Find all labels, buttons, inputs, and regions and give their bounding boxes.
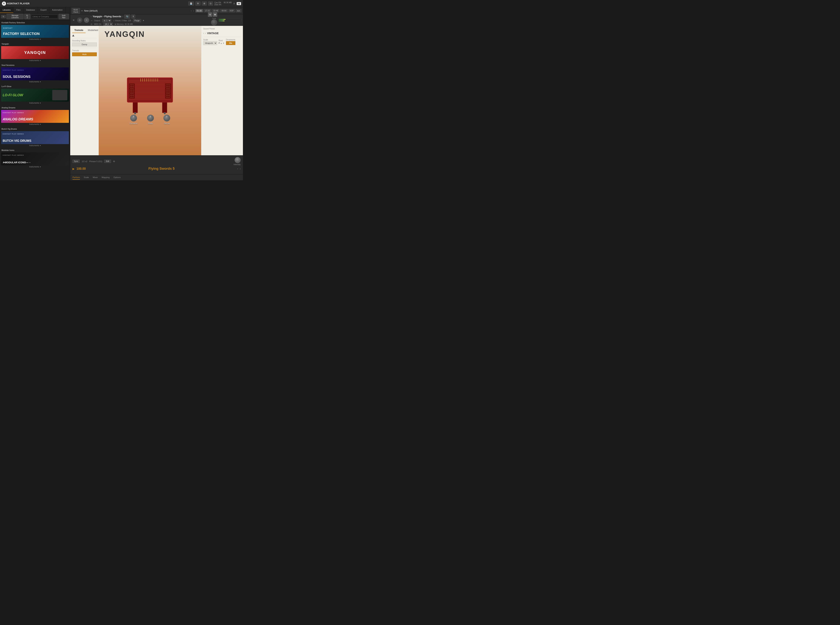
tab-scale[interactable]: Scale	[84, 176, 89, 180]
ornaments-button[interactable]: On	[226, 41, 235, 45]
sequencer-bar: Sync 1/2 x2 Phrase 5 (G1) Edit ✛ Intensi…	[70, 155, 243, 174]
rack-page-1-16[interactable]: 01-16	[196, 9, 203, 12]
rack-prev[interactable]: ‹	[191, 9, 192, 12]
info-icon[interactable]: ℹ	[131, 14, 135, 19]
decay-knob[interactable]	[163, 115, 170, 121]
knobs-row: Dynamic Body Decay	[130, 115, 171, 124]
svg-rect-20	[148, 78, 148, 81]
tab-files[interactable]: Files	[14, 7, 23, 13]
inst-next[interactable]: ›	[123, 15, 123, 18]
warning-icon: ⚠	[233, 2, 235, 5]
analog-banner: KONTAKT PLAY SERIES ANALOG DREAMS	[1, 110, 69, 123]
auto-button[interactable]: Auto	[72, 53, 97, 56]
preset-prev[interactable]: ‹	[203, 32, 204, 34]
purge-dropdown[interactable]: ▾	[143, 19, 144, 22]
rack-label: MultiRack	[72, 8, 80, 14]
tab-mapping[interactable]: Mapping	[102, 176, 110, 180]
modular-banner: KONTAKT PLAY SERIES ⊳MODULAR ICONS—→	[1, 152, 69, 165]
main-layout: Libraries Files Database Expert Automati…	[0, 7, 243, 180]
rack-page-49-64[interactable]: 49-64	[220, 9, 228, 12]
seq-division: 1/2 x2	[82, 160, 87, 163]
triangle-indicator	[72, 34, 75, 36]
edit-button[interactable]: Edit	[104, 160, 111, 163]
tune-knob[interactable]	[211, 19, 217, 25]
tab-libraries[interactable]: Libraries	[0, 7, 14, 13]
save-button[interactable]: 💾	[188, 2, 194, 6]
tab-automation[interactable]: Automation	[49, 7, 65, 13]
output-select[interactable]: st. 1	[102, 19, 111, 22]
tab-database[interactable]: Database	[23, 7, 38, 13]
rack-page-aux[interactable]: aux	[236, 9, 241, 12]
list-item[interactable]: YANGQIN Instruments ▾	[1, 46, 69, 62]
svg-rect-18	[144, 78, 144, 81]
midi-channel-select[interactable]: [A] 1	[103, 23, 113, 26]
root-value: F	[219, 42, 220, 44]
tab-mixer[interactable]: Mixer	[93, 176, 98, 180]
rack-name: New (default)	[84, 9, 189, 12]
tab-options[interactable]: Options	[113, 176, 121, 180]
tab-perform[interactable]: Perform	[73, 176, 80, 180]
tune-label: Tune	[212, 17, 216, 19]
section-analog: Analog Dreams	[0, 105, 70, 110]
sync-button[interactable]: Sync	[73, 160, 80, 163]
play-button[interactable]: ▶	[73, 167, 75, 170]
left-panel: Libraries Files Database Expert Automati…	[0, 7, 70, 180]
rack-page-ksp[interactable]: KSP	[228, 9, 235, 12]
instr-nav-button[interactable]: Instr Nav	[59, 14, 69, 19]
resize-button[interactable]: ⊡	[208, 2, 213, 6]
instrument-midi-row: ⊡ MIDI Ch: [A] 1 ⊞ Memory: 90.36 MB	[91, 23, 207, 26]
close-instrument-button[interactable]: ✕	[72, 19, 76, 22]
list-item[interactable]: KONTAKT FACTORY SELECTION Instruments ▾	[1, 25, 69, 41]
preset-row: Sound Preset	[203, 28, 241, 30]
seq-next[interactable]: ›	[240, 168, 241, 170]
tab-expert[interactable]: Expert	[38, 7, 50, 13]
section-soul: Soul Sessions	[0, 63, 70, 67]
divider-2	[72, 48, 97, 48]
scale-group: Scale Hirajoshi	[203, 39, 217, 45]
scale-select[interactable]: Hirajoshi	[203, 41, 217, 45]
root-up[interactable]: ▲	[220, 42, 222, 44]
memory-info: 90.36 MB	[224, 2, 232, 6]
butch-banner: KONTAKT PLAY SERIES BUTCH VIG DRUMS	[1, 131, 69, 144]
purge-button[interactable]: Purge	[133, 19, 141, 22]
az-sort-button[interactable]: A-Z	[24, 14, 30, 19]
divider	[72, 38, 97, 38]
search-input[interactable]	[31, 15, 58, 19]
move-icon[interactable]: ✛	[113, 160, 115, 163]
manage-libraries-button[interactable]: Manage Libraries	[6, 14, 23, 19]
instrument-body: Tremolo Modwheel Sounding Notes Damp Tre…	[70, 26, 243, 155]
list-item[interactable]: KONTAKT PLAY SERIES BUTCH VIG DRUMS Inst…	[1, 131, 69, 147]
preset-next[interactable]: ›	[205, 32, 206, 34]
list-item[interactable]: KONTAKT PLAY SERIES ANALOG DREAMS Instru…	[1, 110, 69, 126]
list-item[interactable]: KONTAKT PLAY SERIES SOUL SESSIONS Instru…	[1, 67, 69, 84]
refresh-button[interactable]: ↻	[1, 15, 6, 18]
rack-page-33-48[interactable]: 33-48	[212, 9, 220, 12]
top-bar: K KONTAKT PLAYER 💾 ⚙ ⊞ ⊡ Cpu 0%Disk 0% 9…	[0, 0, 243, 7]
camera-icon[interactable]: 📷	[124, 14, 130, 19]
instrument-settings-icon[interactable]: ⚙	[77, 17, 82, 23]
solo-button[interactable]: S	[208, 12, 212, 17]
rack-page-17-32[interactable]: 17-32	[203, 9, 211, 12]
root-down[interactable]: ▼	[223, 42, 225, 44]
dynamic-knob[interactable]	[130, 115, 137, 121]
instrument-logo-icon[interactable]: ◎	[84, 17, 89, 23]
sounding-notes-label: Sounding Notes	[72, 40, 97, 42]
inst-prev[interactable]: ‹	[91, 15, 92, 18]
rack-nav-dropdown[interactable]: ▾	[81, 9, 82, 12]
root-group: Root F ▲ ▼	[219, 39, 225, 44]
section-lofi: Lo-Fi Glow	[0, 84, 70, 88]
list-item[interactable]: KONTAKT PLAY SERIES ⊳MODULAR ICONS—→ Ins…	[1, 152, 69, 169]
intensity-knob[interactable]	[234, 157, 241, 163]
tab-modwheel[interactable]: Modwheel	[85, 28, 101, 33]
list-item[interactable]: LO-FI GLOW Instruments ▾	[1, 89, 69, 105]
svg-rect-46	[133, 102, 138, 113]
app-title: KONTAKT PLAYER	[7, 2, 30, 5]
seq-prev[interactable]: ‹	[237, 168, 238, 170]
damp-button[interactable]: Damp	[72, 42, 97, 46]
rack-next[interactable]: ›	[193, 9, 194, 12]
layout-button[interactable]: ⊞	[202, 2, 207, 6]
tab-tremolo[interactable]: Tremolo	[72, 28, 85, 33]
mute-button[interactable]: M	[213, 12, 217, 17]
settings-button[interactable]: ⚙	[196, 2, 200, 6]
body-knob[interactable]	[147, 115, 154, 121]
